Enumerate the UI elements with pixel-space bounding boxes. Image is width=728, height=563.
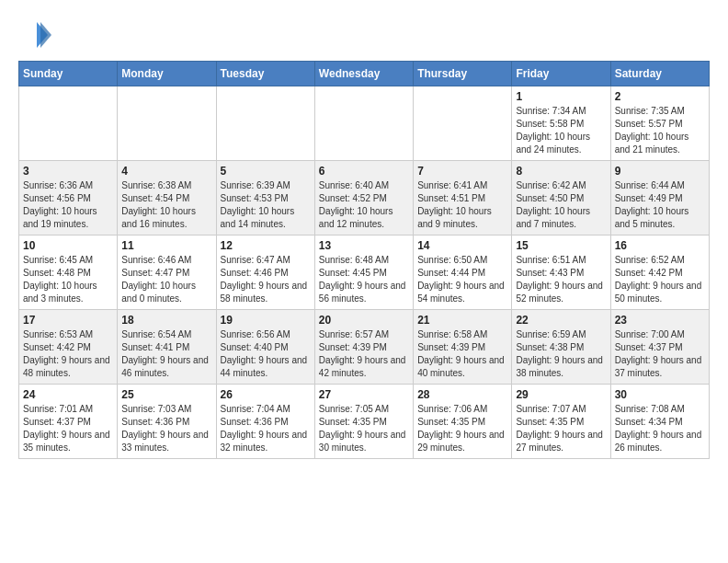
calendar-cell: 27Sunrise: 7:05 AM Sunset: 4:35 PM Dayli… bbox=[314, 385, 413, 459]
day-info: Sunrise: 7:00 AM Sunset: 4:37 PM Dayligh… bbox=[615, 328, 705, 380]
calendar-cell: 3Sunrise: 6:36 AM Sunset: 4:56 PM Daylig… bbox=[19, 161, 118, 236]
calendar-cell bbox=[118, 86, 216, 161]
day-info: Sunrise: 6:41 AM Sunset: 4:51 PM Dayligh… bbox=[417, 179, 507, 231]
day-number: 22 bbox=[516, 314, 606, 327]
logo bbox=[18, 18, 57, 52]
day-number: 12 bbox=[221, 239, 311, 252]
calendar-cell: 19Sunrise: 6:56 AM Sunset: 4:40 PM Dayli… bbox=[216, 310, 314, 385]
day-number: 20 bbox=[319, 314, 409, 327]
page-header bbox=[18, 18, 710, 52]
day-number: 15 bbox=[516, 239, 606, 252]
calendar-cell: 12Sunrise: 6:47 AM Sunset: 4:46 PM Dayli… bbox=[216, 236, 314, 310]
calendar-body: 1Sunrise: 7:34 AM Sunset: 5:58 PM Daylig… bbox=[19, 86, 710, 459]
calendar-cell: 10Sunrise: 6:45 AM Sunset: 4:48 PM Dayli… bbox=[19, 236, 118, 310]
day-info: Sunrise: 6:45 AM Sunset: 4:48 PM Dayligh… bbox=[23, 254, 113, 305]
day-info: Sunrise: 7:34 AM Sunset: 5:58 PM Dayligh… bbox=[516, 105, 606, 156]
day-info: Sunrise: 6:39 AM Sunset: 4:53 PM Dayligh… bbox=[221, 179, 311, 231]
day-number: 1 bbox=[516, 90, 606, 103]
calendar-cell: 17Sunrise: 6:53 AM Sunset: 4:42 PM Dayli… bbox=[19, 310, 118, 385]
day-info: Sunrise: 6:53 AM Sunset: 4:42 PM Dayligh… bbox=[23, 328, 113, 380]
calendar-cell: 1Sunrise: 7:34 AM Sunset: 5:58 PM Daylig… bbox=[512, 86, 610, 161]
calendar-cell: 11Sunrise: 6:46 AM Sunset: 4:47 PM Dayli… bbox=[118, 236, 216, 310]
day-info: Sunrise: 6:44 AM Sunset: 4:49 PM Dayligh… bbox=[615, 179, 705, 231]
day-number: 19 bbox=[221, 314, 311, 327]
day-info: Sunrise: 6:40 AM Sunset: 4:52 PM Dayligh… bbox=[319, 179, 409, 231]
day-number: 2 bbox=[615, 90, 705, 103]
calendar-cell: 30Sunrise: 7:08 AM Sunset: 4:34 PM Dayli… bbox=[610, 385, 709, 459]
day-info: Sunrise: 6:47 AM Sunset: 4:46 PM Dayligh… bbox=[221, 254, 311, 305]
calendar-cell: 24Sunrise: 7:01 AM Sunset: 4:37 PM Dayli… bbox=[19, 385, 118, 459]
day-number: 5 bbox=[221, 165, 311, 178]
calendar-week-2: 3Sunrise: 6:36 AM Sunset: 4:56 PM Daylig… bbox=[19, 161, 710, 236]
calendar-cell: 4Sunrise: 6:38 AM Sunset: 4:54 PM Daylig… bbox=[118, 161, 216, 236]
calendar-cell: 2Sunrise: 7:35 AM Sunset: 5:57 PM Daylig… bbox=[610, 86, 709, 161]
day-number: 24 bbox=[23, 388, 113, 401]
calendar-cell: 29Sunrise: 7:07 AM Sunset: 4:35 PM Dayli… bbox=[512, 385, 610, 459]
weekday-header-row: SundayMondayTuesdayWednesdayThursdayFrid… bbox=[19, 62, 710, 86]
calendar-cell: 21Sunrise: 6:58 AM Sunset: 4:39 PM Dayli… bbox=[414, 310, 512, 385]
calendar-table: SundayMondayTuesdayWednesdayThursdayFrid… bbox=[18, 61, 710, 459]
day-info: Sunrise: 6:51 AM Sunset: 4:43 PM Dayligh… bbox=[516, 254, 606, 305]
day-number: 10 bbox=[23, 239, 113, 252]
day-number: 25 bbox=[121, 388, 211, 401]
weekday-header-sunday: Sunday bbox=[19, 62, 118, 86]
day-info: Sunrise: 6:57 AM Sunset: 4:39 PM Dayligh… bbox=[319, 328, 409, 380]
calendar-cell: 23Sunrise: 7:00 AM Sunset: 4:37 PM Dayli… bbox=[610, 310, 709, 385]
day-info: Sunrise: 7:08 AM Sunset: 4:34 PM Dayligh… bbox=[615, 403, 705, 454]
calendar-cell: 13Sunrise: 6:48 AM Sunset: 4:45 PM Dayli… bbox=[314, 236, 413, 310]
day-info: Sunrise: 7:04 AM Sunset: 4:36 PM Dayligh… bbox=[221, 403, 311, 454]
day-number: 14 bbox=[417, 239, 507, 252]
calendar-cell: 22Sunrise: 6:59 AM Sunset: 4:38 PM Dayli… bbox=[512, 310, 610, 385]
calendar-cell: 5Sunrise: 6:39 AM Sunset: 4:53 PM Daylig… bbox=[216, 161, 314, 236]
day-number: 21 bbox=[417, 314, 507, 327]
day-number: 23 bbox=[615, 314, 705, 327]
day-number: 16 bbox=[615, 239, 705, 252]
calendar-cell: 6Sunrise: 6:40 AM Sunset: 4:52 PM Daylig… bbox=[314, 161, 413, 236]
weekday-header-saturday: Saturday bbox=[610, 62, 709, 86]
calendar-cell: 8Sunrise: 6:42 AM Sunset: 4:50 PM Daylig… bbox=[512, 161, 610, 236]
day-number: 13 bbox=[319, 239, 409, 252]
calendar-cell: 18Sunrise: 6:54 AM Sunset: 4:41 PM Dayli… bbox=[118, 310, 216, 385]
day-number: 3 bbox=[23, 165, 113, 178]
day-info: Sunrise: 6:58 AM Sunset: 4:39 PM Dayligh… bbox=[417, 328, 507, 380]
day-info: Sunrise: 6:42 AM Sunset: 4:50 PM Dayligh… bbox=[516, 179, 606, 231]
calendar-header: SundayMondayTuesdayWednesdayThursdayFrid… bbox=[19, 62, 710, 86]
day-info: Sunrise: 6:54 AM Sunset: 4:41 PM Dayligh… bbox=[121, 328, 211, 380]
calendar-week-1: 1Sunrise: 7:34 AM Sunset: 5:58 PM Daylig… bbox=[19, 86, 710, 161]
day-info: Sunrise: 7:01 AM Sunset: 4:37 PM Dayligh… bbox=[23, 403, 113, 454]
day-info: Sunrise: 7:03 AM Sunset: 4:36 PM Dayligh… bbox=[121, 403, 211, 454]
weekday-header-friday: Friday bbox=[512, 62, 610, 86]
day-info: Sunrise: 6:36 AM Sunset: 4:56 PM Dayligh… bbox=[23, 179, 113, 231]
day-number: 11 bbox=[121, 239, 211, 252]
calendar-cell bbox=[314, 86, 413, 161]
day-number: 18 bbox=[121, 314, 211, 327]
day-number: 28 bbox=[417, 388, 507, 401]
day-number: 26 bbox=[221, 388, 311, 401]
day-number: 30 bbox=[615, 388, 705, 401]
day-info: Sunrise: 7:06 AM Sunset: 4:35 PM Dayligh… bbox=[417, 403, 507, 454]
day-number: 29 bbox=[516, 388, 606, 401]
day-info: Sunrise: 7:05 AM Sunset: 4:35 PM Dayligh… bbox=[319, 403, 409, 454]
calendar-week-4: 17Sunrise: 6:53 AM Sunset: 4:42 PM Dayli… bbox=[19, 310, 710, 385]
weekday-header-thursday: Thursday bbox=[414, 62, 512, 86]
logo-icon bbox=[18, 18, 51, 52]
calendar-cell: 15Sunrise: 6:51 AM Sunset: 4:43 PM Dayli… bbox=[512, 236, 610, 310]
day-number: 6 bbox=[319, 165, 409, 178]
day-info: Sunrise: 7:07 AM Sunset: 4:35 PM Dayligh… bbox=[516, 403, 606, 454]
day-info: Sunrise: 7:35 AM Sunset: 5:57 PM Dayligh… bbox=[615, 105, 705, 156]
calendar-cell bbox=[19, 86, 118, 161]
calendar-cell: 9Sunrise: 6:44 AM Sunset: 4:49 PM Daylig… bbox=[610, 161, 709, 236]
weekday-header-monday: Monday bbox=[118, 62, 216, 86]
calendar-cell: 28Sunrise: 7:06 AM Sunset: 4:35 PM Dayli… bbox=[414, 385, 512, 459]
calendar-week-3: 10Sunrise: 6:45 AM Sunset: 4:48 PM Dayli… bbox=[19, 236, 710, 310]
calendar-cell: 16Sunrise: 6:52 AM Sunset: 4:42 PM Dayli… bbox=[610, 236, 709, 310]
calendar-cell bbox=[414, 86, 512, 161]
day-info: Sunrise: 6:52 AM Sunset: 4:42 PM Dayligh… bbox=[615, 254, 705, 305]
weekday-header-wednesday: Wednesday bbox=[314, 62, 413, 86]
day-info: Sunrise: 6:48 AM Sunset: 4:45 PM Dayligh… bbox=[319, 254, 409, 305]
day-number: 8 bbox=[516, 165, 606, 178]
day-info: Sunrise: 6:38 AM Sunset: 4:54 PM Dayligh… bbox=[121, 179, 211, 231]
day-info: Sunrise: 6:46 AM Sunset: 4:47 PM Dayligh… bbox=[121, 254, 211, 305]
calendar-cell bbox=[216, 86, 314, 161]
day-number: 7 bbox=[417, 165, 507, 178]
